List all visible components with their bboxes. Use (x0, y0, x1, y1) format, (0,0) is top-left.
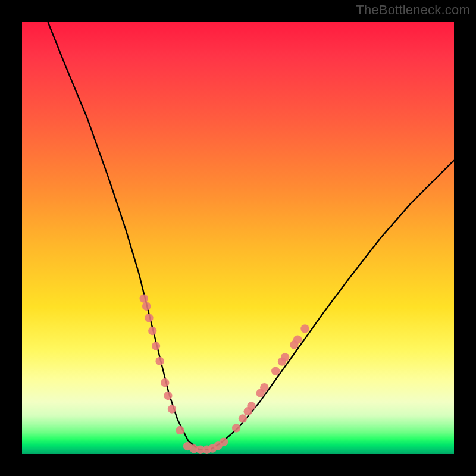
curve-path (48, 22, 454, 450)
plot-area (22, 22, 454, 454)
data-marker (260, 383, 268, 392)
chart-frame: TheBottleneck.com (0, 0, 476, 476)
data-marker (142, 302, 151, 311)
data-marker (271, 367, 280, 375)
data-marker (155, 357, 164, 365)
data-markers (140, 294, 309, 454)
data-marker (232, 424, 240, 432)
data-marker (164, 392, 172, 400)
data-marker (300, 324, 309, 333)
data-marker (145, 314, 153, 322)
data-marker (140, 294, 148, 302)
data-marker (152, 342, 160, 350)
watermark-text: TheBottleneck.com (356, 2, 470, 18)
data-marker (247, 402, 255, 410)
data-marker (176, 426, 184, 434)
data-marker (148, 327, 156, 335)
data-marker (239, 414, 247, 422)
data-marker (220, 437, 228, 446)
data-marker (293, 335, 302, 343)
data-marker (161, 378, 169, 387)
data-marker (281, 353, 289, 361)
data-marker (168, 405, 176, 413)
plot-svg (22, 22, 454, 454)
